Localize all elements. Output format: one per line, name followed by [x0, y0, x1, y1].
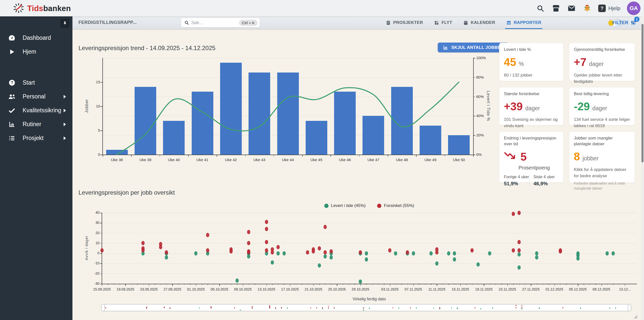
sidebar-item-start[interactable]: ?Start	[0, 76, 72, 90]
scatter-point[interactable]	[324, 250, 327, 255]
scatter-point[interactable]	[247, 230, 250, 234]
slider-handle-left[interactable]	[101, 304, 105, 311]
scatter-point[interactable]	[559, 249, 562, 254]
sidebar-item-rutiner[interactable]: Rutiner	[0, 117, 72, 131]
scatter-point[interactable]	[265, 248, 268, 253]
brand-logo[interactable]: Tidsbanken	[13, 3, 71, 15]
scrollbar-thumb[interactable]	[641, 24, 643, 162]
bar-uke-50[interactable]	[448, 135, 470, 155]
scatter-point[interactable]	[265, 220, 268, 224]
scatter-point[interactable]	[447, 251, 450, 256]
bar-uke-47[interactable]	[363, 116, 384, 155]
filter-button[interactable]: FILTER	[612, 16, 636, 29]
scatter-point[interactable]	[535, 251, 538, 256]
bar-uke-42[interactable]	[220, 63, 242, 155]
scatter-point[interactable]	[476, 262, 480, 267]
scatter-point[interactable]	[606, 251, 609, 256]
scatter-point[interactable]	[312, 249, 315, 254]
sidebar-item-dashboard[interactable]: Dashboard	[0, 31, 72, 45]
scatter-point[interactable]	[276, 251, 280, 256]
store-icon[interactable]	[551, 4, 560, 13]
scatter-point[interactable]	[141, 241, 145, 245]
bar-uke-43[interactable]	[249, 73, 270, 155]
page-scrollbar[interactable]	[641, 16, 644, 320]
scatter-point[interactable]	[324, 225, 327, 229]
date-range-slider[interactable]	[101, 304, 631, 311]
scatter-point[interactable]	[276, 245, 280, 249]
scatter-point[interactable]	[283, 251, 286, 256]
scatter-point[interactable]	[535, 255, 538, 260]
search-icon[interactable]	[536, 4, 545, 13]
scatter-point[interactable]	[330, 255, 333, 260]
scatter-point[interactable]	[512, 212, 515, 216]
scatter-point[interactable]	[206, 248, 209, 253]
scatter-point[interactable]	[271, 250, 274, 255]
scatter-point[interactable]	[318, 246, 321, 251]
legend-item-1[interactable]: Forsinket (55%)	[377, 203, 414, 208]
scatter-point[interactable]	[429, 251, 433, 256]
tab-flyt[interactable]: FLYT	[434, 16, 452, 29]
pin-sidebar-button[interactable]	[60, 19, 69, 28]
scatter-point[interactable]	[306, 250, 309, 255]
scatter-point[interactable]	[359, 279, 362, 284]
avatar[interactable]: GA	[627, 2, 640, 15]
scatter-point[interactable]	[488, 251, 491, 256]
scatter-point[interactable]	[247, 254, 250, 259]
scatter-point[interactable]	[453, 251, 456, 256]
sidebar-item-kvalitetssikring[interactable]: Kvalitetssikring	[0, 103, 72, 117]
search-input[interactable]	[191, 20, 239, 25]
scatter-point[interactable]	[576, 256, 580, 261]
scatter-point[interactable]	[365, 257, 368, 262]
bar-uke-40[interactable]	[163, 121, 185, 155]
bar-uke-44[interactable]	[277, 73, 299, 155]
scatter-point[interactable]	[517, 265, 521, 270]
bar-uke-46[interactable]	[334, 92, 356, 155]
slider-handle-right[interactable]	[628, 304, 631, 311]
scatter-point[interactable]	[324, 254, 327, 259]
scatter-point[interactable]	[235, 278, 239, 283]
scatter-point[interactable]	[412, 251, 415, 256]
scatter-point[interactable]	[206, 233, 209, 237]
legend-item-0[interactable]: Levert i tide (45%)	[324, 203, 366, 208]
tab-prosjekter[interactable]: PROSJEKTER	[386, 16, 423, 29]
scatter-point[interactable]	[159, 245, 162, 249]
scatter-point[interactable]	[100, 248, 104, 253]
scatter-point[interactable]	[517, 240, 521, 244]
scatter-point[interactable]	[406, 250, 409, 255]
notification-bell-icon[interactable]	[583, 4, 592, 13]
scatter-point[interactable]	[165, 255, 168, 260]
mail-icon[interactable]	[567, 4, 576, 13]
hide-job-count-button[interactable]: SKJUL ANTALL JOBBER	[438, 43, 509, 52]
scatter-point[interactable]	[247, 241, 250, 245]
scatter-point[interactable]	[318, 263, 321, 268]
scatter-point[interactable]	[517, 252, 521, 257]
scatter-point[interactable]	[271, 260, 274, 265]
bar-uke-45[interactable]	[306, 121, 327, 155]
tab-rapporter[interactable]: RAPPORTER	[506, 16, 541, 29]
scatter-point[interactable]	[394, 251, 397, 256]
scatter-point[interactable]	[470, 248, 474, 253]
scatter-point[interactable]	[388, 248, 391, 253]
tab-kalender[interactable]: KALENDER	[463, 16, 495, 29]
scatter-point[interactable]	[453, 257, 456, 262]
scatter-point[interactable]	[265, 227, 268, 231]
scatter-point[interactable]	[359, 250, 362, 255]
stat-card-5[interactable]: Jobber som mangler planlagte datoer8jobb…	[569, 131, 635, 183]
scatter-point[interactable]	[435, 250, 438, 255]
resize-handle-icon[interactable]	[633, 314, 638, 320]
sidebar-item-hjem[interactable]: Hjem	[0, 45, 72, 59]
bar-uke-39[interactable]	[135, 87, 156, 155]
bar-uke-41[interactable]	[192, 92, 213, 155]
help-button[interactable]: ? Hjelp	[598, 5, 620, 12]
sidebar-item-personal[interactable]: Personal	[0, 90, 72, 103]
search-box[interactable]: Ctrl + K	[181, 18, 260, 27]
scatter-point[interactable]	[265, 240, 268, 244]
scatter-point[interactable]	[330, 249, 333, 254]
sidebar-item-prosjekt[interactable]: Prosjekt	[0, 131, 72, 145]
scatter-point[interactable]	[435, 261, 438, 266]
scatter-point[interactable]	[141, 248, 145, 253]
scatter-point[interactable]	[517, 248, 521, 253]
scatter-point[interactable]	[517, 211, 521, 215]
bar-uke-49[interactable]	[420, 126, 441, 155]
scatter-point[interactable]	[512, 248, 515, 253]
